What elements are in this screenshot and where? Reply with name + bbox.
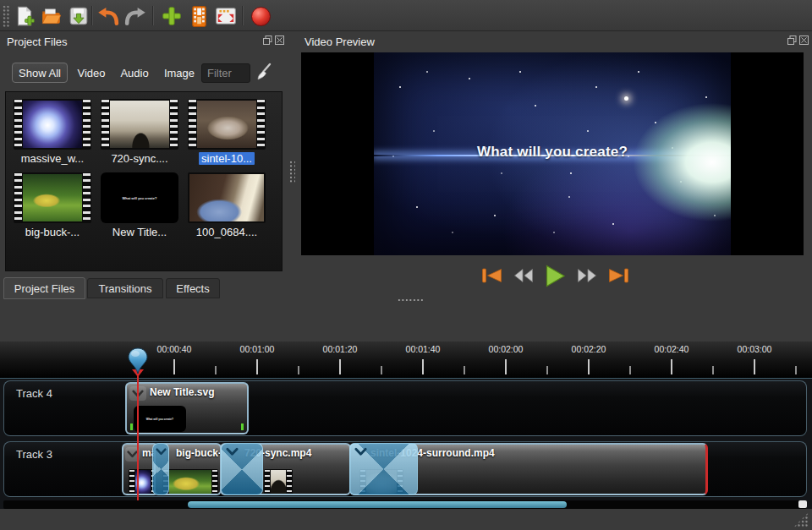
filter-show-all-button[interactable]: Show All bbox=[12, 63, 68, 83]
filter-image-button[interactable]: Image bbox=[161, 63, 198, 83]
import-files-button[interactable] bbox=[159, 3, 184, 29]
window-resize-grip[interactable] bbox=[793, 512, 809, 527]
clip-thumb-text: What will you create? bbox=[146, 418, 173, 420]
file-thumbnail bbox=[14, 99, 91, 150]
ruler-tick-minor bbox=[546, 366, 548, 374]
scrollbar-thumb[interactable] bbox=[188, 501, 567, 508]
vertical-splitter-handle[interactable] bbox=[289, 161, 295, 183]
video-title-text: What will you create? bbox=[374, 144, 731, 161]
undo-button[interactable] bbox=[96, 3, 121, 29]
video-frame: What will you create? bbox=[374, 52, 731, 255]
jump-to-end-icon bbox=[608, 267, 629, 284]
ruler-tick bbox=[339, 359, 341, 374]
track-row-3: Track 3 massive_w... big-buck-... 720-sy… bbox=[3, 441, 807, 497]
main-toolbar bbox=[0, 0, 812, 31]
play-button[interactable] bbox=[545, 265, 566, 287]
file-item-massive[interactable]: massive_w... bbox=[11, 99, 94, 165]
new-project-icon bbox=[14, 5, 36, 27]
choose-profile-button[interactable] bbox=[186, 3, 211, 29]
float-panel-icon[interactable] bbox=[787, 36, 797, 45]
clip-resize-grip[interactable] bbox=[130, 423, 133, 430]
ruler-tick bbox=[754, 359, 755, 374]
project-files-panel-title: Project Files bbox=[7, 36, 68, 48]
clip-thumbnail bbox=[162, 469, 218, 495]
project-files-window-buttons bbox=[263, 36, 284, 45]
vertical-scrollbar-thumb[interactable] bbox=[798, 500, 807, 508]
video-preview-panel-title: Video Preview bbox=[304, 36, 375, 48]
file-item-sintel[interactable]: sintel-10... bbox=[185, 99, 268, 165]
file-label: massive_w... bbox=[11, 152, 94, 165]
ruler-tick bbox=[671, 359, 672, 374]
save-project-button[interactable] bbox=[66, 3, 91, 29]
playhead-marker[interactable] bbox=[127, 347, 149, 380]
transition-3[interactable] bbox=[349, 443, 418, 495]
ruler-label: 00:01:00 bbox=[230, 344, 284, 354]
ruler-tick-minor bbox=[298, 366, 299, 374]
chevron-down-icon bbox=[354, 447, 367, 456]
horizontal-splitter-handle[interactable] bbox=[398, 298, 423, 303]
fast-forward-button[interactable] bbox=[577, 268, 597, 283]
clip-resize-grip[interactable] bbox=[241, 423, 244, 430]
file-label: big-buck-... bbox=[11, 226, 94, 238]
selected-file-highlight: sintel-10... bbox=[199, 152, 255, 165]
fullscreen-button[interactable] bbox=[213, 3, 239, 29]
file-item-big-buck[interactable]: big-buck-... bbox=[11, 172, 94, 238]
fullscreen-icon bbox=[215, 6, 237, 26]
ruler-tick-minor bbox=[712, 366, 714, 374]
redo-icon bbox=[123, 6, 146, 27]
ruler-tick bbox=[588, 359, 590, 374]
play-icon bbox=[545, 265, 566, 287]
track-row-4: Track 4 New Title.svg What will you crea… bbox=[3, 380, 807, 436]
file-item-720-sync[interactable]: 720-sync.... bbox=[98, 99, 181, 165]
playhead-line bbox=[137, 375, 139, 500]
file-thumbnail bbox=[188, 172, 266, 223]
video-preview-area[interactable]: What will you create? bbox=[301, 52, 804, 255]
import-files-icon bbox=[161, 5, 183, 27]
openshot-window: { "toolbar": { "buttons": [ {"name": "ne… bbox=[0, 0, 812, 530]
filter-video-button[interactable]: Video bbox=[73, 63, 110, 83]
clear-filter-button[interactable] bbox=[255, 63, 273, 86]
open-project-button[interactable] bbox=[39, 3, 64, 29]
ruler-label: 00:01:40 bbox=[396, 344, 450, 354]
ruler-label: 00:02:00 bbox=[479, 344, 533, 354]
new-project-button[interactable] bbox=[12, 3, 37, 29]
file-label: 720-sync.... bbox=[98, 152, 181, 165]
float-panel-icon[interactable] bbox=[263, 36, 272, 45]
file-item-new-title[interactable]: What will you create? New Title... bbox=[98, 172, 181, 238]
jump-to-start-button[interactable] bbox=[481, 267, 502, 284]
tab-effects[interactable]: Effects bbox=[166, 278, 220, 298]
thumbnail-image bbox=[110, 101, 169, 148]
timeline-ruler[interactable]: 00:00:31:15 00:00:40 00:01:00 00:01:20 0… bbox=[0, 341, 812, 379]
rewind-icon bbox=[513, 268, 534, 283]
filter-input[interactable] bbox=[201, 63, 250, 83]
redo-button[interactable] bbox=[122, 3, 147, 29]
undo-icon bbox=[97, 6, 120, 27]
jump-to-end-button[interactable] bbox=[608, 267, 629, 284]
fast-forward-icon bbox=[577, 268, 597, 283]
export-video-button[interactable] bbox=[248, 3, 273, 29]
ruler-label: 00:02:20 bbox=[562, 344, 616, 354]
ruler-label: 00:03:00 bbox=[727, 344, 782, 354]
clip-label: big-buck-... bbox=[176, 447, 222, 459]
clip-new-title[interactable]: New Title.svg What will you create? bbox=[125, 382, 249, 434]
track-4-label: Track 4 bbox=[16, 387, 52, 400]
file-label: sintel-10... bbox=[185, 152, 268, 165]
export-video-icon bbox=[251, 7, 271, 26]
transition-1[interactable] bbox=[152, 443, 169, 495]
clip-thumbnail: What will you create? bbox=[134, 406, 186, 432]
transition-2[interactable] bbox=[221, 443, 263, 495]
tab-transitions[interactable]: Transitions bbox=[87, 278, 163, 298]
track-3-label: Track 3 bbox=[16, 448, 52, 461]
timeline-horizontal-scrollbar[interactable] bbox=[3, 500, 807, 509]
ruler-tick-minor bbox=[381, 366, 382, 374]
file-item-100-0684[interactable]: 100_0684.... bbox=[185, 172, 268, 238]
rewind-button[interactable] bbox=[513, 268, 534, 283]
ruler-tick-minor bbox=[795, 366, 797, 374]
filter-audio-button[interactable]: Audio bbox=[115, 63, 154, 83]
toolbar-drag-handle[interactable] bbox=[3, 5, 10, 27]
close-panel-icon[interactable] bbox=[275, 36, 284, 45]
ruler-tick-minor bbox=[215, 366, 217, 374]
close-panel-icon[interactable] bbox=[799, 36, 809, 45]
tab-project-files[interactable]: Project Files bbox=[3, 277, 85, 299]
open-project-icon bbox=[41, 5, 63, 27]
